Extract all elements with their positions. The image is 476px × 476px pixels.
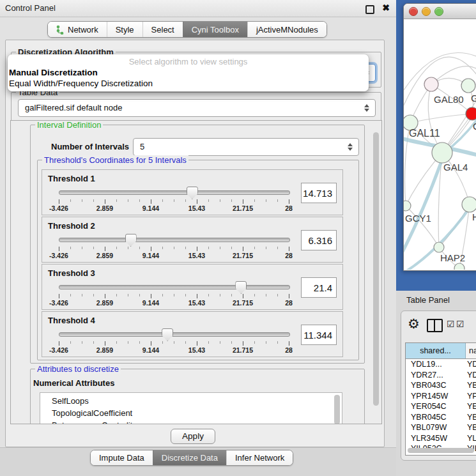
cell-shared-name: YLR345W (406, 433, 465, 444)
network-node-h[interactable] (462, 197, 476, 212)
network-node-ga[interactable] (461, 79, 475, 93)
tick-label: 15.43 (188, 346, 205, 354)
threshold-value-field[interactable]: 11.344 (301, 325, 337, 345)
network-node-c[interactable] (466, 107, 476, 120)
table-row[interactable]: YBR043CYBR0 (406, 380, 476, 391)
gear-icon[interactable]: ⚙ (408, 317, 420, 330)
slider-tick-labels: -3.4262.8599.14415.4321.71528 (59, 299, 289, 307)
split-columns-icon[interactable] (427, 319, 443, 332)
threshold-value-field[interactable]: 21.4 (301, 277, 337, 298)
tick-label: 21.715 (233, 204, 253, 212)
algorithm-option-manual[interactable]: Manual Discretization (9, 68, 98, 77)
table-row[interactable]: YDR27...YDR2 (406, 370, 476, 381)
table-row[interactable]: YPR145WYPR1 (406, 391, 476, 402)
tab-cyni-toolbox[interactable]: Cyni Toolbox (183, 22, 247, 37)
scrollbar-thumb[interactable] (408, 448, 474, 453)
list-item[interactable]: TopologicalCoefficient (40, 407, 342, 419)
tick-label: 2.859 (96, 252, 113, 259)
cell-name: YDR2 (465, 370, 476, 381)
network-node[interactable] (454, 263, 464, 270)
slider-track[interactable] (59, 285, 290, 289)
node-label: H (472, 211, 476, 222)
table-row[interactable]: YDL19...YDL1 (406, 359, 476, 370)
tab-infer-network[interactable]: Infer Network (226, 450, 293, 465)
numerical-attributes-list[interactable]: SelfLoopsTopologicalCoefficientBetweenne… (40, 392, 342, 424)
network-node-gcy1[interactable] (404, 201, 411, 211)
threshold-slider[interactable]: -3.4262.8599.14415.4321.71528 (59, 280, 289, 307)
tick-label: 28 (285, 252, 293, 259)
column-header-shared-name[interactable]: shared... (406, 343, 466, 358)
tab-select[interactable]: Select (142, 22, 183, 37)
threshold-label: Threshold 3 (48, 268, 95, 278)
settings-scrollbar[interactable] (372, 122, 380, 422)
window-title: Control Panel (5, 0, 56, 17)
checkbox-icon[interactable]: ☑ (447, 319, 455, 329)
slider-track[interactable] (59, 190, 290, 195)
cell-name: YLR3 (465, 433, 476, 444)
close-traffic-icon[interactable] (409, 7, 418, 16)
tick-label: 21.715 (233, 299, 253, 307)
network-nodes[interactable] (404, 77, 476, 270)
tab-network[interactable]: Network (48, 22, 107, 37)
number-of-intervals-label: Number of Intervals (51, 142, 129, 151)
slider-ticks (59, 294, 289, 298)
slider-thumb[interactable] (162, 328, 173, 341)
zoom-traffic-icon[interactable] (434, 7, 443, 16)
threshold-slider[interactable]: -3.4262.8599.14415.4321.71528 (59, 327, 289, 354)
slider-tick-labels: -3.4262.8599.14415.4321.71528 (59, 204, 289, 212)
network-node-gal4[interactable] (432, 142, 452, 163)
algorithm-option-equal-width[interactable]: Equal Width/Frequency Discretization (9, 79, 153, 88)
cyni-bottom-tabbar: Impute DataDiscretize DataInfer Network (90, 450, 293, 466)
scrollbar-thumb[interactable] (373, 132, 379, 406)
cell-shared-name: YER054C (406, 401, 465, 412)
table-row[interactable]: YLR345WYLR3 (406, 433, 476, 444)
number-of-intervals-value: 5 (140, 139, 144, 155)
tab-discretize-data[interactable]: Discretize Data (153, 450, 226, 465)
slider-track[interactable] (59, 332, 290, 337)
tick-label: 9.144 (142, 252, 159, 259)
checkbox-icon[interactable]: ☑ (456, 319, 464, 329)
threshold-row: Threshold 1 -3.4262.8599.14415.4321.7152… (42, 169, 343, 215)
threshold-slider[interactable]: -3.4262.8599.14415.4321.71528 (59, 233, 289, 259)
network-tree-icon (56, 25, 64, 35)
float-window-icon[interactable] (365, 5, 374, 14)
table-row[interactable]: YER054CYER0 (406, 401, 476, 412)
cell-shared-name: YDR27... (406, 370, 465, 381)
table-data-combobox[interactable]: galFiltered.sif default node (18, 99, 376, 117)
tab-impute-data[interactable]: Impute Data (91, 450, 153, 465)
close-icon[interactable]: ✖ (382, 3, 390, 13)
network-node-hap2[interactable] (434, 242, 444, 252)
attributes-group-title: Attributes to discretize (35, 364, 121, 374)
tick-label: -3.426 (49, 346, 68, 354)
table-row[interactable]: YBL079WYBL0 (406, 422, 476, 433)
numerical-attributes-label: Numerical Attributes (33, 378, 114, 388)
tick-label: 28 (285, 346, 293, 354)
number-of-intervals-combobox[interactable]: 5 (133, 138, 359, 156)
list-item[interactable]: BetweennessCentrality (40, 419, 342, 424)
control-panel-titlebar: Control Panel ✖ (0, 0, 396, 17)
slider-thumb[interactable] (235, 281, 247, 294)
tab-label: Style (116, 25, 134, 35)
node-attribute-table[interactable]: shared... na YDL19...YDL1YDR27...YDR2YBR… (405, 342, 476, 456)
list-scrollbar[interactable] (334, 395, 340, 424)
threshold-slider[interactable]: -3.4262.8599.14415.4321.71528 (59, 185, 289, 212)
table-data-group: Table Data galFiltered.sif default node (11, 92, 381, 121)
column-header-name[interactable]: na (466, 343, 476, 358)
threshold-value-field[interactable]: 14.713 (301, 183, 337, 203)
minimize-traffic-icon[interactable] (422, 7, 431, 16)
slider-thumb[interactable] (125, 234, 137, 247)
apply-button[interactable]: Apply (171, 429, 215, 444)
threshold-label: Threshold 4 (48, 316, 95, 325)
tab-style[interactable]: Style (107, 22, 142, 37)
table-row[interactable]: YBR045CYBR0 (406, 412, 476, 423)
slider-track[interactable] (59, 238, 290, 242)
table-hscrollbar[interactable] (407, 448, 476, 454)
slider-thumb[interactable] (187, 187, 198, 199)
threshold-value-field[interactable]: 6.316 (301, 230, 337, 250)
tab-jactivemnodules[interactable]: jActiveMNodules (247, 22, 326, 37)
tick-label: -3.426 (49, 204, 68, 212)
threshold-label: Threshold 2 (48, 221, 95, 231)
list-item[interactable]: SelfLoops (40, 395, 342, 407)
network-canvas[interactable]: GAL80GACGAL11GAL4GCY1HHAP2 (404, 19, 476, 270)
network-node-gal80[interactable] (424, 77, 438, 91)
